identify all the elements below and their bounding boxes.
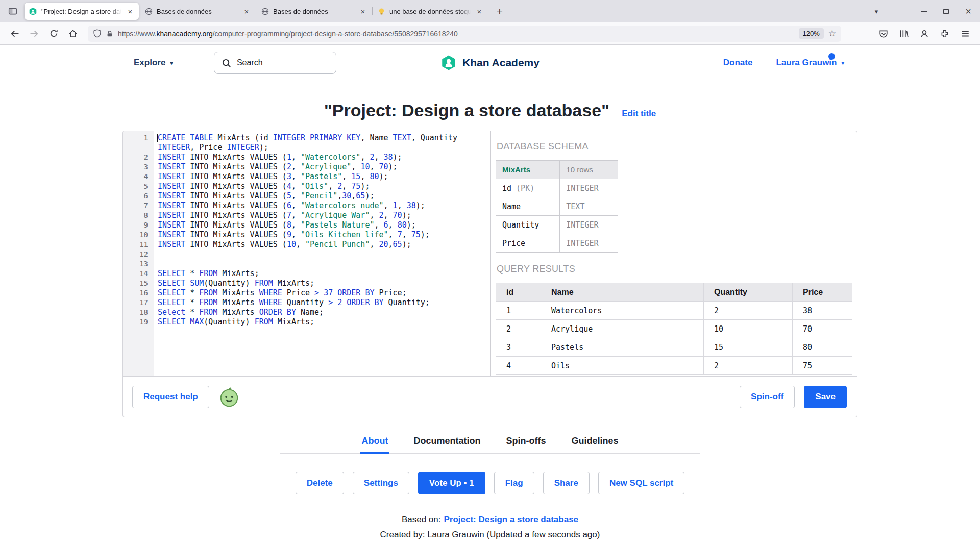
code-line[interactable]: 17SELECT * FROM MixArts WHERE Quantity >…: [123, 298, 490, 308]
maximize-button[interactable]: [935, 0, 957, 22]
based-on-link[interactable]: Project: Design a store database: [444, 515, 578, 524]
schema-table-name-link[interactable]: MixArts: [502, 165, 530, 174]
lightbulb-favicon: [378, 8, 385, 15]
code-line[interactable]: 9INSERT INTO MixArts VALUES (8, "Pastels…: [123, 220, 490, 230]
tab-close-icon[interactable]: ×: [242, 7, 251, 16]
donate-link[interactable]: Donate: [723, 58, 753, 68]
code-line[interactable]: 2INSERT INTO MixArts VALUES (1, "Waterco…: [123, 153, 490, 162]
results-header-row: idNameQuantityPrice: [496, 283, 852, 302]
explore-label: Explore: [134, 58, 165, 68]
query-results-heading: QUERY RESULTS: [497, 264, 853, 274]
firefox-view-icon[interactable]: [4, 3, 21, 20]
forward-button[interactable]: [26, 25, 43, 42]
results-row: 2Acrylique1070: [496, 320, 852, 338]
code-line[interactable]: 3INSERT INTO MixArts VALUES (2, "Acryliq…: [123, 162, 490, 172]
code-line[interactable]: 12: [123, 249, 490, 259]
request-help-button[interactable]: Request help: [132, 386, 209, 408]
code-line[interactable]: 5INSERT INTO MixArts VALUES (4, "Oils", …: [123, 182, 490, 191]
line-number: 12: [123, 249, 154, 259]
search-input[interactable]: [237, 58, 313, 67]
close-window-button[interactable]: ×: [957, 0, 980, 22]
tab-guidelines[interactable]: Guidelines: [570, 434, 619, 453]
browser-tab-lightbulb[interactable]: une base de données stoque at ×: [374, 3, 488, 20]
tab-close-icon[interactable]: ×: [126, 7, 135, 16]
explore-menu[interactable]: Explore ▾: [134, 58, 173, 68]
tab-about[interactable]: About: [360, 434, 389, 453]
results-cell: 2: [496, 320, 541, 338]
flag-button[interactable]: Flag: [494, 472, 534, 494]
results-cell: 3: [496, 338, 541, 357]
code-line[interactable]: 13: [123, 259, 490, 269]
code-line[interactable]: 16SELECT * FROM MixArts WHERE Price > 37…: [123, 288, 490, 298]
user-avatar[interactable]: [218, 386, 240, 408]
toolbar-icons: [875, 25, 974, 42]
line-number: 19: [123, 317, 154, 327]
browser-tab-bases-2[interactable]: Bases de données ×: [257, 3, 372, 20]
reload-button[interactable]: [45, 25, 62, 42]
home-button[interactable]: [64, 25, 82, 42]
library-icon[interactable]: [895, 25, 913, 42]
edit-title-link[interactable]: Edit title: [622, 109, 656, 119]
new-tab-button[interactable]: +: [491, 3, 508, 20]
user-menu[interactable]: Laura Grauwin ▾: [776, 58, 844, 68]
extensions-icon[interactable]: [936, 25, 953, 42]
sql-code-editor[interactable]: 1CREATE TABLE MixArts (id INTEGER PRIMAR…: [123, 131, 490, 376]
browser-window: "Project: Design a store databas × Bases…: [0, 0, 980, 45]
results-column-header: Quantity: [704, 283, 793, 302]
account-icon[interactable]: [916, 25, 933, 42]
code-line[interactable]: 7INSERT INTO MixArts VALUES (6, "Waterco…: [123, 201, 490, 211]
list-all-tabs-icon[interactable]: ▾: [868, 0, 885, 22]
save-button[interactable]: Save: [804, 386, 847, 408]
line-number: 16: [123, 288, 154, 298]
delete-button[interactable]: Delete: [296, 472, 344, 494]
navigation-toolbar: https://www.khanacademy.org/computer-pro…: [0, 22, 980, 45]
pocket-icon[interactable]: [875, 25, 892, 42]
code-line[interactable]: 19SELECT MAX(Quantity) FROM MixArts;: [123, 317, 490, 327]
tab-title: une base de données stoque at: [389, 8, 471, 15]
search-box[interactable]: [214, 52, 336, 74]
code-line[interactable]: 10INSERT INTO MixArts VALUES (9, "Oils K…: [123, 230, 490, 240]
line-number: 13: [123, 259, 154, 269]
settings-button[interactable]: Settings: [353, 472, 409, 494]
zoom-indicator[interactable]: 120%: [799, 28, 824, 39]
code-line[interactable]: 15SELECT SUM(Quantity) FROM MixArts;: [123, 279, 490, 288]
tab-close-icon[interactable]: ×: [358, 7, 368, 16]
code-line[interactable]: 1CREATE TABLE MixArts (id INTEGER PRIMAR…: [123, 133, 490, 153]
vote-up-button[interactable]: Vote Up • 1: [418, 472, 485, 494]
tab-spin-offs[interactable]: Spin-offs: [505, 434, 547, 453]
browser-tab-project[interactable]: "Project: Design a store databas ×: [24, 3, 139, 20]
line-number: 5: [123, 182, 154, 191]
tracking-protection-shield-icon[interactable]: [93, 29, 102, 38]
menu-icon[interactable]: [957, 25, 974, 42]
chevron-down-icon: ▾: [170, 60, 173, 66]
spin-off-button[interactable]: Spin-off: [740, 386, 795, 408]
back-button[interactable]: [6, 25, 23, 42]
lock-icon[interactable]: [106, 30, 113, 37]
minimize-button[interactable]: [914, 0, 935, 22]
khan-academy-header: Explore ▾ Khan Academy Donate Laura Grau…: [0, 45, 980, 81]
khan-academy-logo[interactable]: Khan Academy: [440, 55, 540, 71]
schema-table: MixArts 10 rows id (PK)INTEGERNameTEXTQu…: [496, 160, 618, 253]
code-line[interactable]: 11INSERT INTO MixArts VALUES (10, "Penci…: [123, 240, 490, 249]
code-line[interactable]: 18Select * FROM MixArts ORDER BY Name;: [123, 308, 490, 317]
browser-tab-bases-1[interactable]: Bases de données ×: [141, 3, 255, 20]
results-row: 4Oils275: [496, 357, 852, 375]
based-on-prefix: Based on:: [402, 515, 441, 524]
code-line[interactable]: 4INSERT INTO MixArts VALUES (3, "Pastels…: [123, 172, 490, 182]
results-cell: 75: [793, 357, 852, 375]
new-sql-script-button[interactable]: New SQL script: [598, 472, 684, 494]
url-bar[interactable]: https://www.khanacademy.org/computer-pro…: [88, 26, 841, 42]
tab-close-icon[interactable]: ×: [475, 7, 484, 16]
bookmark-star-icon[interactable]: ☆: [828, 28, 836, 39]
tab-title: Bases de données: [273, 8, 354, 15]
based-on-line: Based on:Project: Design a store databas…: [0, 515, 980, 525]
results-cell: 15: [704, 338, 793, 357]
results-cell: 1: [496, 302, 541, 320]
code-line[interactable]: 8INSERT INTO MixArts VALUES (7, "Acryliq…: [123, 211, 490, 220]
tab-documentation[interactable]: Documentation: [412, 434, 481, 453]
code-line[interactable]: 14SELECT * FROM MixArts;: [123, 269, 490, 279]
share-button[interactable]: Share: [543, 472, 590, 494]
results-cell: Acrylique: [541, 320, 704, 338]
logo-text: Khan Academy: [462, 57, 540, 69]
code-line[interactable]: 6INSERT INTO MixArts VALUES (5, "Pencil"…: [123, 191, 490, 201]
